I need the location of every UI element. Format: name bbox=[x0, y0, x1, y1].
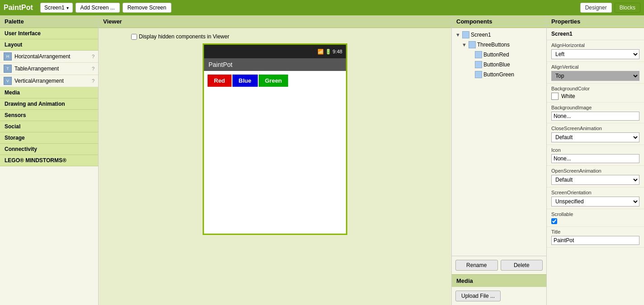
viewer-content: Display hidden components in Viewer 📶 🔋 … bbox=[99, 28, 451, 305]
list-item[interactable]: V VerticalArrangement ? bbox=[0, 75, 98, 87]
icon-label: Icon bbox=[551, 147, 639, 153]
palette-section-connectivity[interactable]: Connectivity bbox=[0, 144, 98, 155]
tree-item-buttonblue[interactable]: ButtonBlue bbox=[466, 60, 545, 70]
display-hidden-label: Display hidden components in Viewer bbox=[139, 33, 229, 40]
horizontal-arrangement-icon: H bbox=[4, 52, 12, 61]
screen-dropdown[interactable]: Screen1 ▾ bbox=[40, 3, 73, 13]
phone-title-bar: PaintPot bbox=[204, 58, 346, 71]
palette-header: Palette bbox=[0, 15, 98, 28]
scrollable-label: Scrollable bbox=[551, 211, 639, 217]
title-input[interactable] bbox=[551, 236, 639, 245]
help-icon-2[interactable]: ? bbox=[92, 78, 95, 84]
prop-close-anim: CloseScreenAnimation Default bbox=[547, 123, 644, 145]
upload-file-button[interactable]: Upload File ... bbox=[455, 291, 501, 301]
components-header: Components bbox=[452, 15, 546, 28]
properties-screen-label: Screen1 bbox=[547, 28, 644, 40]
media-content: Upload File ... bbox=[452, 287, 546, 305]
prop-align-horizontal: AlignHorizontal Left bbox=[547, 40, 644, 62]
dropdown-caret-icon: ▾ bbox=[66, 5, 69, 10]
screen-orient-select[interactable]: Unspecified bbox=[551, 197, 639, 206]
tree-toggle-threebuttons[interactable]: ▼ bbox=[462, 42, 467, 47]
tree-indent-threebuttons: ▼ ThreeButtons ButtonRed ButtonBlue bbox=[460, 40, 545, 80]
list-item[interactable]: H HorizontalArrangement ? bbox=[0, 51, 98, 63]
display-hidden-checkbox[interactable] bbox=[131, 34, 137, 40]
palette-panel: Palette User Interface Layout H Horizont… bbox=[0, 15, 99, 305]
tree-toggle-screen1[interactable]: ▼ bbox=[455, 32, 461, 38]
phone-frame: 📶 🔋 9:48 PaintPot Red Blue Green bbox=[203, 43, 347, 235]
buttons-row: Red Blue Green bbox=[206, 73, 344, 89]
buttongreen-icon bbox=[475, 71, 482, 78]
prop-open-anim: OpenScreenAnimation Default bbox=[547, 166, 644, 188]
time-display: 9:48 bbox=[333, 49, 342, 54]
add-screen-button[interactable]: Add Screen ... bbox=[76, 3, 120, 13]
media-section-header: Media bbox=[452, 274, 546, 287]
viewer-header: Viewer bbox=[99, 15, 451, 28]
prop-bg-color: BackgroundColor White bbox=[547, 84, 644, 103]
close-anim-select[interactable]: Default bbox=[551, 132, 639, 142]
app-title: PaintPot bbox=[4, 4, 33, 12]
bg-color-row: White bbox=[551, 93, 639, 100]
tree-item-buttongreen[interactable]: ButtonGreen bbox=[466, 70, 545, 80]
align-horizontal-select[interactable]: Left bbox=[551, 49, 639, 59]
designer-button[interactable]: Designer bbox=[580, 3, 612, 13]
align-vertical-label: AlignVertical bbox=[551, 64, 639, 70]
display-hidden-row: Display hidden components in Viewer bbox=[131, 33, 229, 40]
buttonred-icon bbox=[475, 51, 482, 58]
palette-section-layout[interactable]: Layout bbox=[0, 39, 98, 51]
tree-item-buttonred[interactable]: ButtonRed bbox=[466, 50, 545, 60]
tree-item-screen1[interactable]: ▼ Screen1 bbox=[454, 30, 545, 40]
battery-icon: 🔋 bbox=[325, 49, 331, 55]
properties-panel: Properties Screen1 AlignHorizontal Left … bbox=[547, 15, 644, 305]
prop-screen-orient: ScreenOrientation Unspecified bbox=[547, 188, 644, 209]
palette-section-storage[interactable]: Storage bbox=[0, 132, 98, 144]
help-icon-1[interactable]: ? bbox=[92, 66, 95, 71]
tree-indent-buttons: ButtonRed ButtonBlue ButtonGreen bbox=[466, 50, 545, 80]
threebuttons-icon bbox=[469, 41, 476, 48]
scrollable-checkbox-row bbox=[551, 218, 639, 224]
help-icon-0[interactable]: ? bbox=[92, 54, 95, 59]
palette-section-sensors[interactable]: Sensors bbox=[0, 110, 98, 121]
viewer-panel: Viewer Display hidden components in View… bbox=[99, 15, 452, 305]
open-anim-select[interactable]: Default bbox=[551, 175, 639, 185]
palette-section-user-interface[interactable]: User Interface bbox=[0, 28, 98, 39]
list-item[interactable]: T TableArrangement ? bbox=[0, 63, 98, 75]
components-tree: ▼ Screen1 ▼ ThreeButtons ButtonRed bbox=[452, 28, 546, 256]
red-button[interactable]: Red bbox=[208, 75, 232, 87]
main-area: Palette User Interface Layout H Horizont… bbox=[0, 15, 644, 305]
bg-image-label: BackgroundImage bbox=[551, 105, 639, 110]
prop-bg-image: BackgroundImage bbox=[547, 103, 644, 123]
screen1-icon bbox=[462, 31, 469, 38]
palette-section-lego[interactable]: LEGO® MINDSTORMS® bbox=[0, 155, 98, 166]
table-arrangement-icon: T bbox=[4, 65, 12, 73]
bg-image-input[interactable] bbox=[551, 112, 639, 121]
scrollable-checkbox[interactable] bbox=[551, 218, 557, 224]
icon-input[interactable] bbox=[551, 154, 639, 163]
blocks-button[interactable]: Blocks bbox=[615, 3, 640, 13]
tree-item-threebuttons[interactable]: ▼ ThreeButtons bbox=[460, 40, 545, 50]
remove-screen-button[interactable]: Remove Screen bbox=[123, 3, 171, 13]
palette-section-social[interactable]: Social bbox=[0, 121, 98, 132]
prop-title: Title bbox=[547, 227, 644, 248]
prop-scrollable: Scrollable bbox=[547, 209, 644, 227]
open-anim-label: OpenScreenAnimation bbox=[551, 168, 639, 174]
delete-button[interactable]: Delete bbox=[501, 260, 543, 271]
blue-button[interactable]: Blue bbox=[232, 75, 258, 87]
wifi-icon: 📶 bbox=[317, 49, 324, 55]
palette-section-drawing[interactable]: Drawing and Animation bbox=[0, 99, 98, 110]
screen-orient-label: ScreenOrientation bbox=[551, 190, 639, 195]
bg-color-label: BackgroundColor bbox=[551, 86, 639, 91]
topbar: PaintPot Screen1 ▾ Add Screen ... Remove… bbox=[0, 0, 644, 15]
phone-status-bar: 📶 🔋 9:48 bbox=[204, 45, 346, 58]
components-panel: Components ▼ Screen1 ▼ ThreeButtons Butt… bbox=[452, 15, 547, 305]
vertical-arrangement-icon: V bbox=[4, 77, 12, 85]
components-footer: Rename Delete bbox=[452, 256, 546, 274]
green-button[interactable]: Green bbox=[259, 75, 289, 87]
title-label: Title bbox=[551, 229, 639, 235]
properties-header: Properties bbox=[547, 15, 644, 28]
palette-section-media[interactable]: Media bbox=[0, 87, 98, 99]
align-vertical-select[interactable]: Top bbox=[551, 71, 639, 81]
rename-button[interactable]: Rename bbox=[455, 260, 498, 271]
align-horizontal-label: AlignHorizontal bbox=[551, 42, 639, 48]
bg-color-swatch[interactable] bbox=[551, 93, 559, 100]
phone-content: Red Blue Green bbox=[204, 71, 346, 234]
